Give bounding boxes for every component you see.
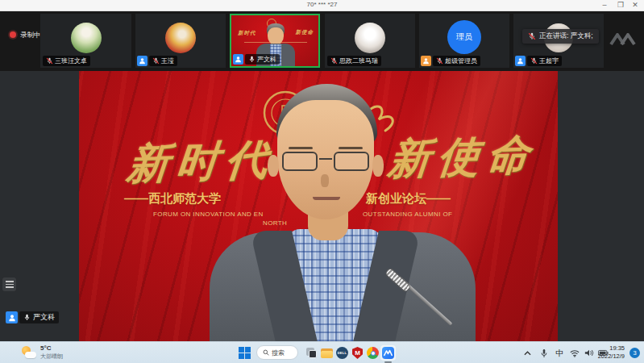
mic-on-icon [23, 314, 31, 321]
banner-subtitle-right: 新创业论坛—— [366, 191, 451, 207]
close-button[interactable]: ✕ [628, 0, 642, 10]
ear [372, 155, 384, 177]
member-badge-icon [137, 56, 147, 66]
weather-icon[interactable] [21, 345, 37, 361]
mic-muted-icon [528, 32, 536, 40]
taskbar-search[interactable]: 搜索 [256, 345, 298, 360]
participant-tile[interactable]: 理员 超级管理员 [419, 14, 509, 68]
mini-calligraphy: 新时代 [238, 30, 256, 37]
start-button[interactable] [237, 345, 252, 361]
mic-muted-icon [152, 57, 160, 65]
chrome-app-button[interactable] [365, 345, 380, 361]
maximize-button[interactable]: ❐ [613, 0, 628, 10]
taskbar-clock[interactable]: 19:35 2022/12/9 [598, 344, 625, 361]
banner-english-line2: NORTH [263, 219, 287, 227]
banner-calligraphy-left: 新时代 [125, 131, 278, 193]
ime-indicator[interactable]: 中 [552, 345, 567, 361]
eyebrow [339, 147, 363, 149]
avatar [71, 23, 102, 53]
mic-muted-icon [530, 57, 538, 65]
participant-label: 三班汪文卓 [43, 56, 90, 66]
volume-button[interactable] [581, 345, 596, 361]
participant-tile[interactable]: 王滢 [135, 14, 226, 68]
avatar-initials: 理员 [447, 20, 481, 54]
mic-muted-icon [46, 57, 53, 65]
mic-muted-icon [330, 57, 338, 65]
participant-list-toggle[interactable] [2, 277, 16, 291]
banner-english-left: FORUM ON INNOVATION AND EN [153, 211, 264, 218]
recording-status[interactable]: 录制中 [20, 31, 41, 40]
speaker-icon [584, 348, 594, 357]
banner-english-right: OUTSTANDING ALUMNI OF [363, 211, 452, 218]
notification-badge[interactable]: 3 [629, 348, 640, 358]
meeting-app-window: 70* *** *27 – ❐ ✕ 录制中 三班汪文卓 王滢 [0, 0, 644, 363]
participant-label: 严文科 [245, 54, 280, 65]
windows-taskbar: 5°C 大部晴朗 搜索 DELL M [0, 341, 644, 363]
banner-calligraphy-right: 新使命 [386, 127, 539, 188]
participant-tile-active-speaker[interactable]: 新时代 新使命 严文科 [230, 14, 320, 68]
participant-name: 王超宇 [539, 56, 559, 65]
mini-person-face [268, 27, 284, 45]
glasses-icon [282, 152, 369, 172]
weather-desc[interactable]: 大部晴朗 [40, 353, 63, 361]
stage-speaker-label: 严文科 [19, 311, 59, 323]
clock-date: 2022/12/9 [598, 353, 625, 361]
eyebrow [289, 147, 313, 149]
mouth [313, 197, 340, 200]
wifi-icon [570, 349, 580, 357]
meeting-title: 70* *** *27 [0, 1, 644, 8]
avatar [165, 23, 196, 53]
admin-badge-icon [421, 56, 431, 66]
mic-muted-icon [436, 57, 443, 65]
mini-calligraphy: 新使命 [296, 29, 314, 36]
participant-label: 超级管理员 [433, 56, 480, 66]
search-label: 搜索 [272, 348, 285, 357]
windows-logo-icon [239, 347, 251, 359]
titlebar: 70* *** *27 – ❐ ✕ [0, 0, 644, 11]
speaker-video[interactable]: 新时代 新使命 ——西北师范大学 新创业论坛—— FORUM ON INNOVA… [79, 71, 558, 341]
meeting-app-button[interactable] [380, 345, 396, 361]
weather-temp[interactable]: 5°C [40, 344, 51, 352]
brand-watermark-icon [609, 31, 637, 47]
recording-dot-icon [10, 31, 16, 38]
mcafee-app-button[interactable]: M [350, 345, 365, 361]
member-badge-icon [515, 56, 526, 66]
ime-label: 中 [556, 348, 564, 359]
mic-on-icon [248, 56, 256, 63]
participant-label: 思政二班马瑞 [327, 56, 381, 66]
ear [268, 155, 279, 177]
main-stage: 新时代 新使命 ——西北师范大学 新创业论坛—— FORUM ON INNOVA… [0, 71, 644, 341]
search-icon [263, 349, 269, 356]
chevron-up-icon [524, 351, 531, 356]
participant-label: 王滢 [149, 56, 177, 66]
member-badge-icon [233, 54, 243, 65]
minimize-button[interactable]: – [597, 0, 612, 10]
dell-icon: DELL [336, 347, 348, 359]
participant-name: 超级管理员 [445, 56, 477, 65]
participant-name: 思政二班马瑞 [339, 56, 378, 65]
speaking-indicator-text: 正在讲话: 严文科; [539, 31, 593, 41]
mcafee-shield-icon: M [352, 347, 363, 359]
member-badge-icon [6, 311, 18, 323]
mic-icon [540, 348, 548, 358]
avatar [355, 23, 385, 53]
tray-expand-button[interactable] [520, 345, 535, 361]
participant-label: 王超宇 [527, 56, 562, 66]
participant-tile[interactable]: 思政二班马瑞 [325, 14, 415, 68]
participant-strip: 录制中 三班汪文卓 王滢 新时代 新使命 [0, 11, 644, 71]
nose [321, 174, 329, 187]
speaking-indicator-tooltip: 正在讲话: 严文科; [522, 29, 599, 44]
file-explorer-button[interactable] [319, 345, 334, 361]
participant-name: 王滢 [161, 56, 174, 65]
dell-app-button[interactable]: DELL [334, 345, 350, 361]
task-view-button[interactable] [304, 345, 319, 361]
wifi-button[interactable] [567, 345, 582, 361]
tray-mic-button[interactable] [536, 345, 551, 361]
participant-tile[interactable]: 三班汪文卓 [40, 14, 131, 68]
stage-speaker-name: 严文科 [33, 312, 55, 323]
participant-name: 严文科 [257, 55, 276, 64]
participant-name: 三班汪文卓 [55, 56, 87, 65]
banner-subtitle-left: ——西北师范大学 [124, 191, 221, 207]
clock-time: 19:35 [598, 344, 625, 353]
